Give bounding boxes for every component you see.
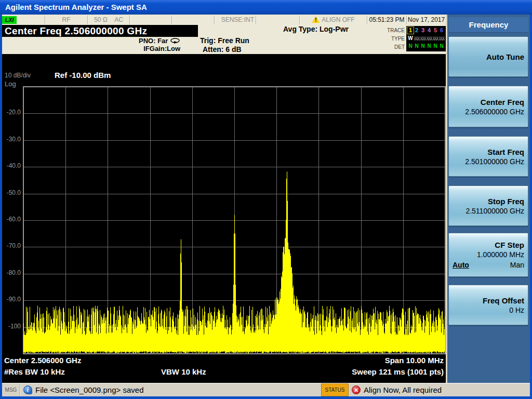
spectrum-graticule-canvas	[23, 86, 446, 354]
spectrum-analyzer-window: Agilent Spectrum Analyzer - Swept SA LXI…	[0, 0, 532, 399]
softkey-label: Stop Freq	[453, 196, 524, 206]
y-axis-label: -60.0	[2, 216, 21, 223]
toggle-auto[interactable]: Auto	[453, 260, 469, 270]
cell-rf: RF	[45, 16, 88, 24]
trace-detector-normal: N	[414, 43, 420, 49]
cell-blank-1	[130, 16, 172, 24]
trace-1-indicator: 1	[407, 27, 414, 34]
warning-icon: !	[312, 16, 320, 23]
trace-3-indicator: 3	[420, 27, 426, 34]
msg-label: MSG	[2, 383, 20, 396]
trace-detector-normal: N	[432, 43, 438, 49]
toggle-man[interactable]: Man	[510, 260, 524, 270]
cell-blank-2	[172, 16, 215, 24]
vbw-annotation: VBW 10 kHz	[161, 367, 206, 376]
title-bar: Agilent Spectrum Analyzer - Swept SA	[0, 0, 532, 15]
y-axis-label: -30.0	[2, 136, 21, 143]
status-label: STATUS	[321, 383, 349, 396]
atten-label: Atten: 6 dB	[200, 45, 249, 54]
window-title: Agilent Spectrum Analyzer - Swept SA	[5, 3, 147, 11]
trace-legend: 123456 W NNNNNN	[406, 26, 446, 51]
trace-type-waveform-icon	[420, 34, 426, 43]
y-axis-label: -80.0	[2, 269, 21, 276]
softkey-auto-tune[interactable]: Auto Tune	[448, 36, 528, 77]
pno-label: PNO: Far	[139, 37, 168, 45]
cell-align: !ALIGN OFF	[300, 16, 367, 24]
avg-type-label: Avg Type: Log-Pwr	[283, 25, 349, 33]
trace-detector-row: NNNNNN	[407, 42, 445, 50]
window-border-bottom	[0, 396, 532, 399]
y-axis-label: -40.0	[2, 162, 21, 169]
softkey-value: 0 Hz	[453, 305, 524, 315]
trace-5-indicator: 5	[432, 27, 438, 34]
trace-type-waveform-icon	[432, 34, 438, 43]
cell-blank-3	[256, 16, 300, 24]
trace-detector-normal: N	[420, 43, 426, 49]
softkey-label: Auto Tune	[453, 52, 524, 62]
softkey-value: 1.000000 MHz	[453, 250, 524, 259]
softkey-label: Freq Offset	[453, 296, 524, 305]
pno-block: PNO: Far IFGain:Low	[117, 37, 180, 52]
trace-row-label: TRACE	[371, 26, 405, 35]
softkey-start-freq[interactable]: Start Freq2.501000000 GHz	[448, 136, 528, 177]
softkey-cf-step[interactable]: CF Step1.000000 MHzAutoMan	[448, 233, 528, 277]
trace-4-indicator: 4	[426, 27, 432, 34]
softkey-value: 2.501000000 GHz	[453, 157, 524, 166]
softkey-stop-freq[interactable]: Stop Freq2.511000000 GHz	[448, 185, 528, 226]
trace-2-indicator: 2	[414, 27, 420, 34]
align-status-label: ALIGN OFF	[322, 16, 354, 23]
trace-detector-normal: N	[426, 43, 432, 49]
trace-type-waveform-icon	[414, 34, 420, 43]
info-icon: i	[23, 385, 32, 394]
cell-input: 50 Ω AC	[88, 16, 130, 24]
message-text: File <Screen_0009.png> saved	[35, 385, 143, 394]
y-axis-label: -100	[2, 323, 21, 330]
log-scale-label: Log	[5, 80, 16, 88]
active-function-readout: Center Freq 2.506000000 GHz	[2, 25, 198, 37]
status-strip: LXI RF 50 Ω AC SENSE:INT !ALIGN OFF 05:5…	[2, 16, 446, 24]
y-axis-label: -90.0	[2, 296, 21, 303]
softkey-value: 2.511000000 GHz	[453, 206, 524, 216]
softkey-label: Center Freq	[453, 97, 524, 107]
trace-6-indicator: 6	[438, 27, 445, 34]
cell-time: 05:51:23 PM	[367, 16, 407, 24]
loop-arrow-icon	[170, 38, 180, 44]
trace-detector-normal: N	[407, 43, 414, 49]
rbw-annotation: #Res BW 10 kHz	[4, 367, 65, 376]
coupling-label: AC	[114, 16, 123, 23]
error-icon: ✕	[352, 385, 361, 394]
trace-legend-labels: TRACE TYPE DET	[371, 26, 405, 51]
trig-label: Trig: Free Run	[200, 36, 249, 45]
ref-level-label: Ref -10.00 dBm	[55, 71, 111, 79]
trace-type-waveform-icon	[438, 34, 445, 43]
center-freq-annotation: Center 2.506000 GHz	[4, 356, 81, 365]
status-message-text: Align Now, All required	[364, 385, 442, 394]
trace-type-write: W	[407, 35, 414, 41]
span-annotation: Span 10.00 MHz	[385, 356, 444, 365]
window-border-right	[530, 15, 532, 396]
det-row-label: DET	[371, 43, 405, 51]
cell-date: Nov 17, 2017	[407, 16, 446, 24]
impedance-label: 50 Ω	[94, 16, 108, 23]
sweep-annotation: Sweep 121 ms (1001 pts)	[352, 367, 444, 376]
softkey-center-freq[interactable]: Center Freq2.506000000 GHz	[448, 86, 528, 127]
ifgain-label: IFGain:Low	[117, 45, 180, 52]
type-row-label: TYPE	[371, 35, 405, 43]
lxi-badge: LXI	[2, 16, 17, 24]
scale-label: 10 dB/div	[5, 72, 31, 79]
softkey-label: CF Step	[453, 240, 524, 250]
softkey-freq-offset[interactable]: Freq Offset0 Hz	[448, 285, 528, 325]
softkey-panel: Frequency Auto TuneCenter Freq2.50600000…	[446, 15, 530, 383]
measurement-display: 10 dB/div Log Ref -10.00 dBm -20.0-30.0-…	[2, 54, 446, 383]
trace-detector-normal: N	[438, 43, 445, 49]
softkey-value: 2.506000000 GHz	[453, 107, 524, 116]
cell-sense: SENSE:INT	[215, 16, 256, 24]
softkey-label: Start Freq	[453, 147, 524, 157]
trigger-block: Trig: Free Run Atten: 6 dB	[200, 36, 249, 54]
y-axis-label: -70.0	[2, 242, 21, 249]
y-axis-label: -50.0	[2, 189, 21, 196]
trace-type-row: W	[407, 34, 445, 42]
bottom-status-bar: MSG i File <Screen_0009.png> saved STATU…	[2, 383, 530, 396]
cell-lxi: LXI	[2, 16, 45, 24]
y-axis-label: -20.0	[2, 109, 21, 116]
